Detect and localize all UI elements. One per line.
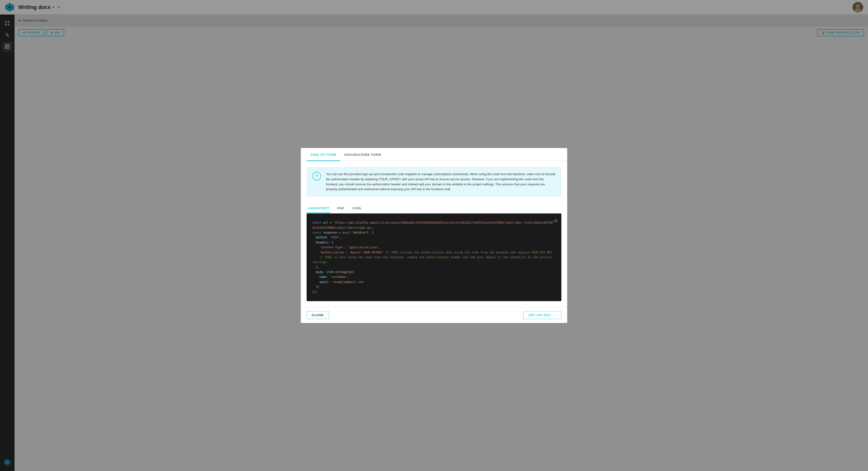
code-block: ⧉ const url = 'https://api.bluefox.email… [307, 213, 561, 301]
tab-signup-form[interactable]: SIGN UP FORM [307, 148, 340, 161]
copy-icon[interactable]: ⧉ [554, 217, 558, 225]
close-button[interactable]: CLOSE [307, 311, 329, 319]
tab-unsubscribe-form[interactable]: UNSUBSCRIBE FORM [340, 148, 385, 161]
tab-javascript[interactable]: JAVASCRIPT [307, 204, 330, 213]
arrow-right-icon: → [553, 313, 556, 317]
modal-overlay: SIGN UP FORM UNSUBSCRIBE FORM ? You can … [0, 0, 868, 471]
tab-php[interactable]: PHP [336, 204, 345, 213]
modal: SIGN UP FORM UNSUBSCRIBE FORM ? You can … [301, 148, 567, 323]
get-api-key-button[interactable]: GET API KEY → [523, 311, 561, 319]
tab-curl[interactable]: CURL [351, 204, 363, 213]
code-tabs: JAVASCRIPT PHP CURL [307, 204, 561, 213]
modal-body: ? You can use the provided sign-up and u… [301, 161, 567, 307]
modal-footer: CLOSE GET API KEY → [301, 307, 567, 323]
modal-tabs: SIGN UP FORM UNSUBSCRIBE FORM [301, 148, 567, 161]
info-text: You can use the provided sign-up and uns… [326, 172, 556, 192]
code-content: const url = 'https://api.bluefox.email/v… [312, 220, 556, 294]
info-box: ? You can use the provided sign-up and u… [307, 167, 561, 197]
info-icon: ? [312, 172, 321, 180]
